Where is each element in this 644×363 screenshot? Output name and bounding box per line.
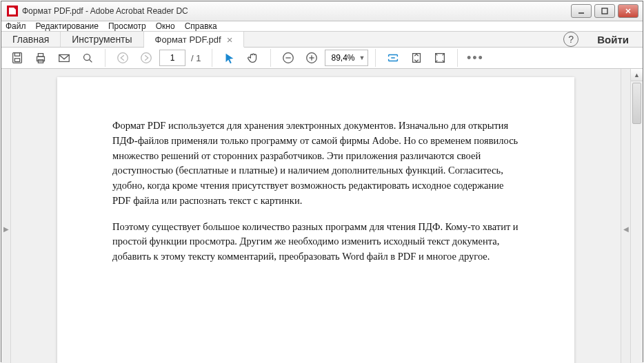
zoom-level-value: 89,4%: [331, 53, 354, 63]
paragraph-2: Поэтому существует большое количество ра…: [112, 220, 519, 265]
titlebar: Формат PDF.pdf - Adobe Acrobat Reader DC: [1, 1, 643, 21]
paragraph-1: Формат PDF используется для хранения эле…: [112, 118, 519, 209]
next-page-button[interactable]: [136, 48, 157, 68]
page-total-label: / 1: [191, 53, 201, 63]
window-controls: [570, 1, 643, 21]
print-button[interactable]: [30, 48, 51, 68]
svg-point-11: [84, 54, 90, 61]
close-button[interactable]: [618, 4, 638, 18]
menu-help[interactable]: Справка: [185, 21, 217, 31]
page-viewport[interactable]: Формат PDF используется для хранения эле…: [11, 69, 621, 363]
chevron-left-icon: ◀: [623, 225, 629, 233]
email-button[interactable]: [54, 48, 74, 68]
zoom-in-button[interactable]: [301, 48, 322, 68]
menu-window[interactable]: Окно: [156, 21, 175, 31]
signin-button[interactable]: Войти: [583, 32, 643, 47]
scroll-up-button[interactable]: ▲: [631, 69, 643, 81]
save-button[interactable]: [7, 48, 28, 68]
svg-rect-1: [602, 8, 607, 14]
svg-line-12: [90, 60, 92, 63]
page-number-input[interactable]: [159, 50, 185, 66]
selection-tool-button[interactable]: [219, 48, 240, 68]
menubar: Файл Редактирование Просмотр Окно Справк…: [1, 21, 643, 32]
chevron-right-icon: ▶: [3, 225, 9, 233]
prev-page-button[interactable]: [112, 48, 133, 68]
fit-width-button[interactable]: [383, 48, 403, 68]
svg-rect-8: [38, 54, 43, 57]
tab-document-label: Формат PDF.pdf: [155, 34, 221, 45]
pdf-page: Формат PDF используется для хранения эле…: [57, 77, 574, 363]
left-panel-handle[interactable]: ▶: [1, 69, 11, 363]
tab-tools[interactable]: Инструменты: [61, 32, 143, 47]
toolbar: / 1 89,4% ▼ •••: [1, 48, 643, 69]
document-area: ▶ Формат PDF используется для хранения э…: [1, 69, 643, 363]
hand-tool-button[interactable]: [243, 48, 263, 68]
svg-point-14: [141, 53, 152, 63]
maximize-button[interactable]: [594, 4, 615, 18]
search-button[interactable]: [77, 48, 98, 68]
tab-home[interactable]: Главная: [1, 32, 61, 47]
zoom-level-select[interactable]: 89,4% ▼: [325, 50, 368, 66]
vertical-scrollbar[interactable]: ▲ ▼: [630, 69, 643, 363]
minimize-button[interactable]: [571, 4, 592, 18]
menu-file[interactable]: Файл: [6, 21, 26, 31]
tab-close-icon[interactable]: ×: [227, 34, 233, 45]
chevron-down-icon: ▼: [359, 54, 365, 61]
tabs-row: Главная Инструменты Формат PDF.pdf × ? В…: [1, 32, 643, 48]
svg-rect-20: [413, 54, 421, 63]
fit-page-button[interactable]: [406, 48, 427, 68]
more-tools-button[interactable]: •••: [465, 48, 485, 68]
svg-rect-5: [14, 53, 19, 56]
app-icon: [7, 6, 18, 17]
more-icon: •••: [467, 51, 484, 65]
zoom-out-button[interactable]: [278, 48, 299, 68]
tab-document[interactable]: Формат PDF.pdf ×: [144, 32, 245, 48]
menu-edit[interactable]: Редактирование: [36, 21, 99, 31]
fullscreen-button[interactable]: [430, 48, 450, 68]
menu-view[interactable]: Просмотр: [108, 21, 146, 31]
window-title: Формат PDF.pdf - Adobe Acrobat Reader DC: [22, 6, 188, 16]
svg-point-13: [118, 53, 128, 63]
svg-rect-6: [14, 59, 19, 62]
help-icon: ?: [563, 32, 578, 47]
right-panel-handle[interactable]: ◀: [621, 69, 630, 363]
help-button[interactable]: ?: [559, 32, 583, 47]
app-window: Формат PDF.pdf - Adobe Acrobat Reader DC…: [1, 1, 643, 362]
scroll-thumb[interactable]: [632, 83, 641, 124]
